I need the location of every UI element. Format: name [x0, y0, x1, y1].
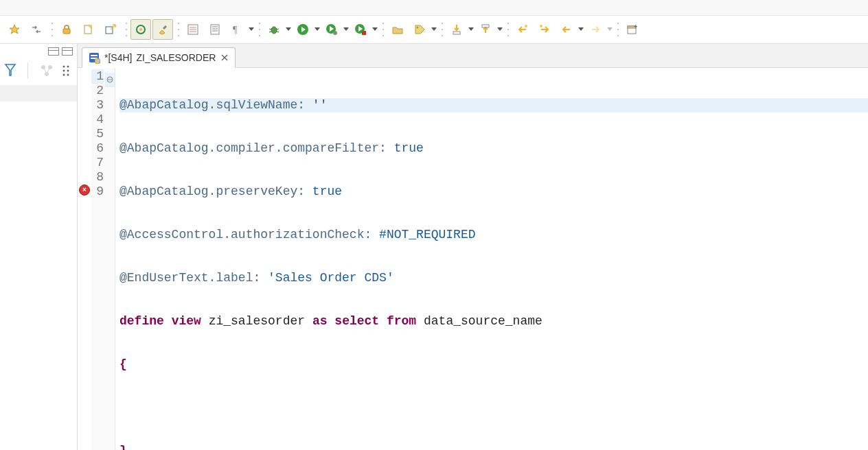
- annotation-value: true: [394, 141, 424, 155]
- error-marker-icon[interactable]: ×: [79, 185, 90, 196]
- svg-point-51: [41, 65, 45, 69]
- toggle-outline-button[interactable]: [130, 19, 151, 40]
- svg-point-60: [67, 70, 69, 72]
- arrow-back-star-icon: [516, 23, 529, 36]
- svg-marker-46: [607, 27, 613, 31]
- tab-title-prefix: *[S4H]: [104, 52, 132, 63]
- keyword: view: [172, 314, 201, 328]
- keyword: define: [119, 314, 164, 328]
- download-button[interactable]: [446, 19, 467, 40]
- minimize-view-button[interactable]: [48, 47, 59, 56]
- nav-back-dropdown[interactable]: [578, 27, 584, 32]
- more-options-icon[interactable]: [61, 63, 71, 78]
- toolbar-separator: [258, 21, 261, 38]
- run-coverage-button[interactable]: [321, 19, 342, 40]
- chevron-down-icon: [315, 27, 320, 32]
- code-text[interactable]: @AbapCatalog.sqlViewName: '' @AbapCatalo…: [115, 68, 868, 450]
- list-lines-icon: [187, 23, 199, 36]
- lock-button[interactable]: [56, 19, 77, 40]
- download-dropdown[interactable]: [468, 27, 474, 32]
- document-icon: [209, 23, 221, 36]
- svg-point-6: [139, 28, 142, 31]
- debug-dropdown[interactable]: [286, 27, 291, 32]
- side-panel-selection[interactable]: [0, 85, 77, 102]
- svg-rect-39: [453, 32, 460, 34]
- brace: }: [119, 444, 127, 450]
- arrow-up-box-icon: [479, 23, 492, 36]
- open-folder-button[interactable]: [387, 19, 408, 40]
- filter-icon[interactable]: [4, 63, 16, 78]
- new-window-button[interactable]: +: [622, 19, 643, 40]
- svg-line-55: [47, 69, 49, 72]
- svg-marker-0: [10, 25, 19, 34]
- toggle-mark-button[interactable]: [152, 19, 173, 40]
- fold-toggle-icon[interactable]: [106, 73, 113, 80]
- svg-line-8: [163, 26, 166, 29]
- maximize-view-button[interactable]: [62, 47, 73, 56]
- toolbar-separator: [382, 21, 385, 38]
- chevron-down-icon: [578, 27, 584, 32]
- svg-line-54: [44, 69, 46, 72]
- svg-marker-35: [372, 27, 378, 31]
- line-number: 9: [91, 185, 104, 199]
- link-editor-button[interactable]: [26, 19, 47, 40]
- editor-tab-bar: 🔍 *[S4H] ZI_SALESORDER: [78, 44, 868, 68]
- chevron-down-icon: [468, 27, 474, 32]
- nav-fwd-alt-button[interactable]: [534, 19, 555, 40]
- export-icon: [104, 23, 117, 36]
- run-coverage-dropdown[interactable]: [343, 27, 349, 32]
- run-button[interactable]: [293, 19, 313, 40]
- svg-marker-36: [415, 25, 424, 34]
- line-number: 7: [91, 156, 104, 170]
- nav-fwd-dropdown[interactable]: [607, 27, 613, 32]
- line-number: 1: [91, 69, 104, 84]
- hierarchy-icon[interactable]: [39, 63, 54, 78]
- svg-rect-1: [63, 29, 70, 34]
- open-external-button[interactable]: [100, 19, 121, 40]
- highlighter-icon: [157, 23, 169, 36]
- debug-button[interactable]: [264, 19, 284, 40]
- toolbar-separator: [441, 21, 444, 38]
- show-detail-button[interactable]: [205, 19, 225, 40]
- svg-text:¶: ¶: [233, 25, 238, 35]
- nav-back-button[interactable]: [556, 19, 577, 40]
- tag-dropdown[interactable]: [431, 27, 437, 32]
- tab-close-button[interactable]: [220, 53, 229, 62]
- code-editor[interactable]: × 1 2 3 4 5 6 7 8 9: [78, 68, 868, 450]
- arrow-left-icon: [560, 23, 573, 36]
- run-profile-button[interactable]: [350, 19, 371, 40]
- svg-point-43: [525, 25, 527, 27]
- svg-point-30: [333, 31, 337, 35]
- activate-button[interactable]: [78, 19, 99, 40]
- svg-marker-45: [578, 27, 584, 31]
- svg-rect-63: [91, 55, 98, 56]
- nav-fwd-button[interactable]: [585, 19, 606, 40]
- play-icon: [297, 23, 309, 36]
- svg-marker-27: [315, 27, 320, 31]
- brace: {: [119, 357, 127, 371]
- fold-gutter: [105, 68, 115, 450]
- svg-point-58: [63, 74, 65, 76]
- bug-icon: [268, 23, 280, 36]
- upload-dropdown[interactable]: [497, 27, 503, 32]
- annotation: @EndUserText.label:: [119, 271, 260, 285]
- svg-rect-13: [211, 25, 219, 34]
- upload-button[interactable]: [475, 19, 496, 40]
- run-profile-dropdown[interactable]: [372, 27, 378, 32]
- new-object-button[interactable]: [4, 19, 25, 40]
- tag-button[interactable]: [409, 19, 430, 40]
- annotation: @AccessControl.authorizationCheck:: [119, 228, 372, 241]
- whitespace-dropdown[interactable]: [249, 27, 254, 32]
- show-whitespace-button[interactable]: ¶: [227, 19, 247, 40]
- line-number: 6: [91, 141, 104, 156]
- editor-tab[interactable]: 🔍 *[S4H] ZI_SALESORDER: [82, 47, 236, 68]
- svg-marker-50: [5, 64, 15, 75]
- toolbar-separator: [51, 21, 54, 38]
- toolbar-separator: [177, 21, 180, 38]
- show-list-button[interactable]: [183, 19, 203, 40]
- main-toolbar: ¶: [0, 16, 868, 44]
- toolbar-separator: [617, 21, 619, 38]
- run-dropdown[interactable]: [315, 27, 320, 32]
- nav-back-alt-button[interactable]: [512, 19, 533, 40]
- svg-point-37: [417, 27, 419, 29]
